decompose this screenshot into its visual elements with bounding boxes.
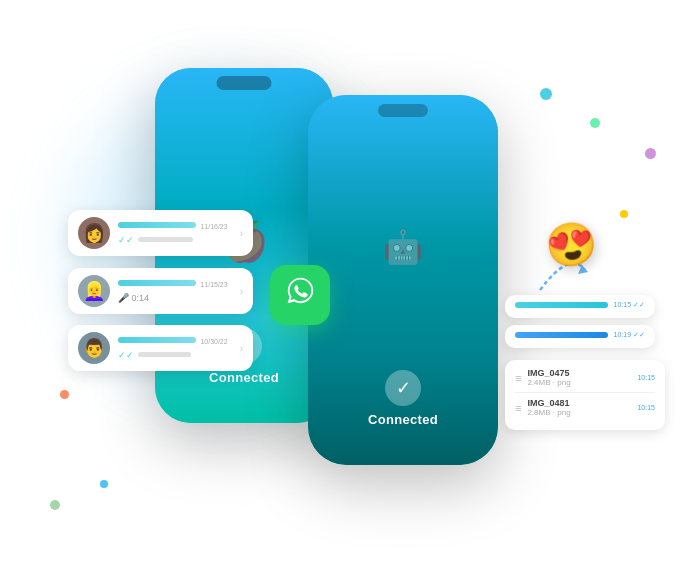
chat-arrow-2: › (240, 286, 243, 297)
file-icon-2: ≡ (515, 402, 521, 414)
file-time-badge-2: 10:15 (637, 404, 655, 411)
android-phone: 🤖 ✓ Connected (308, 95, 498, 465)
chat-date-2: 11/15/23 (200, 281, 227, 288)
dot-blue (100, 480, 108, 488)
avatar-3: 👨 (78, 332, 110, 364)
file-time-2: 10:19 ✓✓ (614, 331, 645, 339)
dot-teal (540, 88, 552, 100)
ios-connected-text: Connected (209, 370, 279, 385)
dot-green (590, 118, 600, 128)
whatsapp-icon (270, 265, 330, 325)
chat-date-3: 10/30/22 (200, 338, 227, 345)
file-time-badge-1: 10:15 (637, 374, 655, 381)
chat-content-3: 10/30/22 ✓✓ (118, 337, 228, 360)
file-item-2: ≡ IMG_0481 2.8MB · png 10:15 (515, 392, 655, 422)
file-icon-1: ≡ (515, 372, 521, 384)
file-name-1: IMG_0475 (527, 368, 631, 378)
chat-card-2: 👱‍♀️ 11/15/23 🎤 0:14 › (68, 268, 253, 314)
voice-label: 🎤 0:14 (118, 293, 149, 303)
file-size-2: 2.8MB · png (527, 408, 631, 417)
dot-lightgreen (50, 500, 60, 510)
android-check-circle: ✓ (385, 370, 421, 406)
chat-card-1: 👩 11/16/23 ✓✓ › (68, 210, 253, 256)
emoji-sticker: 😍 (541, 216, 601, 273)
dot-yellow (620, 210, 628, 218)
file-bar-card-2: 10:19 ✓✓ (505, 325, 655, 348)
scene: 🍎 ✓ Connected 🤖 ✓ Connected 👩 11/1 (0, 0, 692, 569)
file-name-2: IMG_0481 (527, 398, 631, 408)
dot-purple (645, 148, 656, 159)
chat-card-3: 👨 10/30/22 ✓✓ › (68, 325, 253, 371)
chat-arrow-1: › (240, 228, 243, 239)
file-size-1: 2.4MB · png (527, 378, 631, 387)
file-time-1: 10:15 ✓✓ (614, 301, 645, 309)
ios-notch (217, 76, 272, 90)
file-item-1: ≡ IMG_0475 2.4MB · png 10:15 (515, 368, 655, 392)
android-connected-text: Connected (368, 412, 438, 427)
android-connected-badge: ✓ Connected (368, 370, 438, 427)
avatar-2: 👱‍♀️ (78, 275, 110, 307)
file-info-1: IMG_0475 2.4MB · png (527, 368, 631, 387)
chat-content-1: 11/16/23 ✓✓ (118, 222, 228, 245)
file-list-card: ≡ IMG_0475 2.4MB · png 10:15 ≡ IMG_0481 … (505, 360, 665, 430)
chat-check-1: ✓✓ (118, 235, 134, 245)
file-info-2: IMG_0481 2.8MB · png (527, 398, 631, 417)
chat-content-2: 11/15/23 🎤 0:14 (118, 280, 228, 303)
android-logo-icon: 🤖 (383, 228, 423, 303)
dot-orange (60, 390, 69, 399)
chat-date-1: 11/16/23 (200, 223, 227, 230)
whatsapp-logo (282, 273, 318, 317)
android-notch (378, 104, 428, 117)
avatar-1: 👩 (78, 217, 110, 249)
chat-arrow-3: › (240, 343, 243, 354)
chat-check-3: ✓✓ (118, 350, 134, 360)
